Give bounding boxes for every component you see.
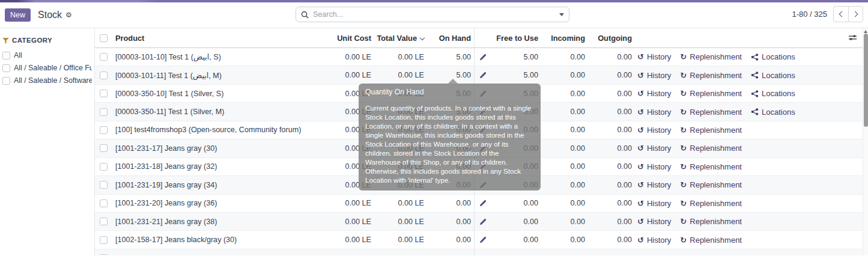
column-header-free-to-use[interactable]: Free to Use: [488, 34, 538, 43]
row-checkbox[interactable]: [100, 163, 108, 171]
column-settings-icon[interactable]: [848, 34, 857, 42]
row-checkbox[interactable]: [100, 90, 108, 97]
cell-on-hand[interactable]: 0.00: [424, 236, 471, 244]
history-button[interactable]: ↺History: [637, 162, 671, 171]
pager-next-button[interactable]: [848, 6, 863, 22]
column-header-on-hand[interactable]: On Hand: [424, 34, 471, 43]
category-checkbox[interactable]: [2, 64, 10, 72]
select-all-checkbox[interactable]: [100, 34, 108, 42]
history-button[interactable]: ↺History: [637, 108, 671, 117]
history-button[interactable]: ↺History: [637, 199, 671, 208]
table-row[interactable]: [00003-101-10] Test 1 (ابيض, S) 0.00 LE …: [95, 48, 868, 66]
row-checkbox[interactable]: [100, 181, 108, 189]
history-button[interactable]: ↺History: [637, 236, 671, 245]
new-button[interactable]: New: [5, 8, 31, 22]
cell-product[interactable]: [00003-101-10] Test 1 (ابيض, S): [112, 52, 311, 61]
locations-button[interactable]: Locations: [751, 52, 795, 61]
history-button[interactable]: ↺History: [637, 126, 671, 135]
cell-incoming: 0.00: [538, 162, 585, 171]
row-checkbox[interactable]: [100, 72, 108, 79]
row-checkbox[interactable]: [100, 53, 108, 61]
cell-product[interactable]: [00003-101-11] Test 1 (ابيض, M): [112, 71, 311, 80]
cell-on-hand[interactable]: 0.00: [424, 199, 471, 207]
replenishment-button[interactable]: ↻Replenishment: [680, 236, 742, 245]
cell-on-hand[interactable]: 0.00: [424, 218, 471, 226]
category-filter-item[interactable]: All / Saleable / Office Fur...: [2, 64, 92, 72]
category-label: All: [14, 51, 22, 59]
edit-pencil-icon[interactable]: [479, 218, 487, 225]
edit-pencil-icon[interactable]: [479, 236, 487, 243]
replenishment-button[interactable]: ↻Replenishment: [680, 52, 742, 61]
replenishment-button[interactable]: ↻Replenishment: [680, 71, 742, 80]
cell-on-hand[interactable]: 5.00: [424, 53, 471, 61]
cell-product[interactable]: [1002-158-18] Jeans black/gray (32): [112, 254, 311, 255]
table-row[interactable]: [1002-158-17] Jeans black/gray (30) 0.00…: [95, 231, 868, 249]
table-row[interactable]: [00003-101-11] Test 1 (ابيض, M) 0.00 LE …: [95, 66, 868, 84]
history-button[interactable]: ↺History: [637, 217, 671, 226]
cell-product[interactable]: [1001-231-17] Jeans gray (30): [112, 144, 311, 153]
vertical-scrollbar[interactable]: [863, 28, 868, 255]
cell-outgoing: 0.00: [585, 108, 632, 116]
cell-product[interactable]: [1002-158-17] Jeans black/gray (30): [112, 236, 311, 244]
search-input[interactable]: [313, 10, 556, 19]
search-bar[interactable]: [296, 7, 569, 22]
replenishment-button[interactable]: ↻Replenishment: [680, 144, 742, 153]
gear-icon[interactable]: ⚙: [65, 11, 72, 19]
edit-pencil-icon[interactable]: [479, 72, 487, 79]
locations-button[interactable]: Locations: [751, 89, 795, 98]
cell-product[interactable]: [00003-350-11] Test 1 (Silver, M): [112, 108, 311, 116]
locations-button[interactable]: Locations: [751, 108, 795, 117]
history-button[interactable]: ↺History: [637, 52, 671, 61]
cell-outgoing: 0.00: [585, 254, 632, 255]
replenishment-button[interactable]: ↻Replenishment: [680, 199, 742, 208]
row-checkbox[interactable]: [100, 254, 108, 255]
row-checkbox[interactable]: [100, 218, 108, 225]
cell-free-to-use: 0.00: [488, 254, 538, 255]
edit-pencil-icon[interactable]: [479, 53, 487, 61]
category-checkbox[interactable]: [2, 77, 10, 85]
row-checkbox[interactable]: [100, 200, 108, 207]
scroll-up-arrow-icon[interactable]: [864, 30, 867, 33]
replenishment-button[interactable]: ↻Replenishment: [680, 254, 742, 255]
cell-product[interactable]: [1001-231-18] Jeans gray (32): [112, 162, 311, 171]
edit-pencil-icon[interactable]: [479, 200, 487, 207]
table-row[interactable]: [1001-231-20] Jeans gray (36) 0.00 LE 0.…: [95, 195, 868, 213]
replenishment-button[interactable]: ↻Replenishment: [680, 180, 742, 189]
replenishment-button[interactable]: ↻Replenishment: [680, 108, 742, 117]
history-button[interactable]: ↺History: [637, 180, 671, 189]
replenishment-button[interactable]: ↻Replenishment: [680, 126, 742, 135]
row-checkbox[interactable]: [100, 144, 108, 152]
edit-pencil-icon[interactable]: [479, 255, 487, 255]
table-row[interactable]: [1001-231-21] Jeans gray (38) 0.00 LE 0.…: [95, 213, 868, 231]
cell-product[interactable]: [1001-231-19] Jeans gray (34): [112, 181, 311, 189]
history-button[interactable]: ↺History: [637, 89, 671, 98]
scrollbar-thumb[interactable]: [864, 34, 868, 127]
row-checkbox[interactable]: [100, 108, 108, 116]
pager-previous-button[interactable]: [833, 6, 848, 22]
history-button[interactable]: ↺History: [637, 71, 671, 80]
table-row[interactable]: [1002-158-18] Jeans black/gray (32) 0.00…: [95, 249, 868, 255]
column-header-incoming[interactable]: Incoming: [538, 34, 585, 43]
replenishment-button[interactable]: ↻Replenishment: [680, 162, 742, 171]
row-checkbox[interactable]: [100, 126, 108, 134]
replenishment-button[interactable]: ↻Replenishment: [680, 89, 742, 98]
locations-button[interactable]: Locations: [751, 71, 795, 80]
column-header-outgoing[interactable]: Outgoing: [585, 34, 632, 43]
column-header-unit-cost[interactable]: Unit Cost: [311, 34, 371, 43]
cell-product[interactable]: [00003-350-10] Test 1 (Silver, S): [112, 90, 311, 98]
history-button[interactable]: ↺History: [637, 144, 671, 153]
column-header-total-value[interactable]: Total Value: [371, 34, 424, 43]
row-checkbox[interactable]: [100, 236, 108, 244]
search-dropdown-caret-icon[interactable]: [559, 13, 564, 16]
category-filter-item[interactable]: All / Saleable / Software: [2, 76, 92, 85]
replenishment-button[interactable]: ↻Replenishment: [680, 217, 742, 226]
category-filter-item[interactable]: All: [2, 51, 92, 59]
history-button[interactable]: ↺History: [637, 254, 671, 255]
cell-product[interactable]: [1001-231-20] Jeans gray (36): [112, 199, 311, 207]
cell-product[interactable]: [1001-231-21] Jeans gray (38): [112, 218, 311, 226]
cell-on-hand[interactable]: 0.00: [424, 254, 471, 255]
category-checkbox[interactable]: [2, 52, 10, 59]
cell-free-to-use: 5.00: [488, 53, 538, 61]
cell-product[interactable]: [100] test4fromshop3 (Open-source, Commu…: [112, 126, 311, 134]
column-header-product[interactable]: Product: [112, 34, 311, 43]
